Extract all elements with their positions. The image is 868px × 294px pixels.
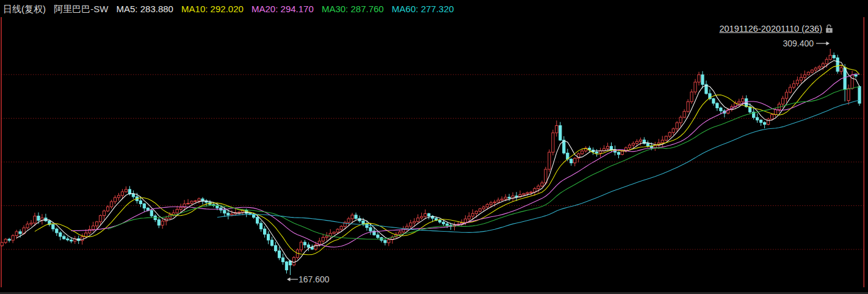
candle-up: [811, 70, 813, 72]
candle-down: [764, 122, 766, 124]
candle-down: [132, 194, 134, 196]
candle-up: [606, 146, 609, 149]
ma20-value: MA20: 294.170: [251, 4, 314, 14]
candle-down: [52, 224, 54, 229]
lock-icon[interactable]: [825, 24, 833, 34]
candle-up: [698, 75, 700, 82]
candle-up: [599, 151, 601, 153]
candle-up: [796, 80, 798, 84]
high-annotation: 309.400: [783, 39, 830, 48]
candle-down: [570, 159, 573, 163]
candle-up: [679, 117, 682, 123]
candle-up: [194, 201, 197, 202]
candle-down: [844, 68, 846, 90]
date-range-selector[interactable]: 20191126-20201110 (236): [719, 24, 833, 34]
candle-up: [825, 59, 828, 64]
candle-down: [384, 240, 386, 243]
candle-up: [464, 219, 466, 222]
candle-down: [63, 237, 65, 239]
candle-up: [15, 232, 18, 236]
candle-up: [424, 214, 427, 217]
candle-up: [672, 129, 675, 133]
period-label: 日线(复权): [3, 4, 46, 14]
candle-up: [661, 140, 664, 142]
candle-up: [99, 216, 102, 222]
candle-down: [278, 251, 280, 257]
low-price-label: 167.600: [298, 274, 330, 284]
candle-down: [377, 235, 379, 237]
ma5-line: [16, 61, 859, 262]
candle-down: [303, 242, 306, 244]
candle-down: [438, 221, 441, 222]
candle-up: [847, 89, 850, 101]
candle-down: [760, 120, 762, 122]
left-arrow-icon: [286, 276, 298, 282]
candle-up: [471, 213, 474, 216]
candle-up: [742, 98, 744, 101]
candle-down: [267, 234, 269, 240]
candle-up: [114, 197, 116, 202]
candle-down: [515, 196, 518, 197]
candle-down: [446, 224, 448, 225]
candle-up: [530, 192, 532, 193]
candle-up: [807, 72, 809, 75]
candle-down: [37, 216, 40, 220]
candle-down: [59, 233, 62, 237]
ma10-value: MA10: 292.020: [181, 4, 244, 14]
candle-down: [610, 146, 612, 149]
candle-down: [67, 239, 69, 240]
candle-up: [347, 219, 350, 222]
candle-down: [311, 248, 313, 249]
candle-up: [413, 221, 416, 222]
low-annotation: 167.600: [286, 274, 330, 284]
candle-up: [526, 193, 529, 194]
candle-down: [56, 229, 58, 233]
candle-down: [270, 240, 273, 246]
candle-up: [676, 123, 678, 129]
candle-down: [428, 214, 430, 216]
candle-up: [800, 78, 802, 80]
candle-up: [336, 229, 339, 232]
candle-up: [468, 216, 470, 219]
candle-down: [442, 222, 444, 224]
candle-down: [260, 223, 262, 229]
candle-up: [548, 152, 551, 169]
candle-up: [490, 203, 492, 205]
candle-down: [745, 98, 748, 106]
candle-down: [285, 262, 288, 270]
candle-down: [701, 75, 704, 84]
candle-up: [402, 229, 405, 232]
candle-down: [253, 215, 255, 218]
candle-down: [355, 215, 357, 218]
candle-up: [161, 221, 164, 226]
candle-up: [121, 192, 123, 196]
candle-up: [399, 232, 401, 235]
candle-up: [683, 111, 685, 117]
candle-down: [264, 229, 266, 235]
candle-up: [541, 183, 543, 186]
candle-up: [103, 211, 105, 216]
candle-up: [179, 207, 182, 209]
date-range-label[interactable]: 20191126-20201110 (236): [719, 24, 822, 34]
candle-down: [596, 152, 598, 153]
candle-up: [770, 115, 773, 119]
candle-up: [292, 257, 295, 265]
candle-down: [836, 58, 839, 72]
candle-up: [351, 215, 353, 219]
candle-up: [406, 226, 408, 229]
candle-up: [92, 226, 95, 230]
candle-up: [333, 232, 335, 233]
candle-up: [125, 189, 127, 192]
candle-up: [738, 101, 740, 103]
candle-up: [523, 194, 525, 195]
candle-up: [81, 237, 84, 240]
candle-up: [12, 236, 14, 241]
symbol-name: 阿里巴巴-SW: [54, 4, 108, 14]
candle-down: [281, 258, 284, 262]
candle-up: [410, 223, 412, 226]
candle-up: [628, 145, 631, 147]
kline-chart[interactable]: [0, 0, 868, 294]
candle-up: [96, 222, 98, 226]
kline-app-window: 日线(复权) 阿里巴巴-SW MA5: 283.880 MA10: 292.02…: [0, 0, 868, 294]
ma30-value: MA30: 287.760: [322, 4, 384, 14]
